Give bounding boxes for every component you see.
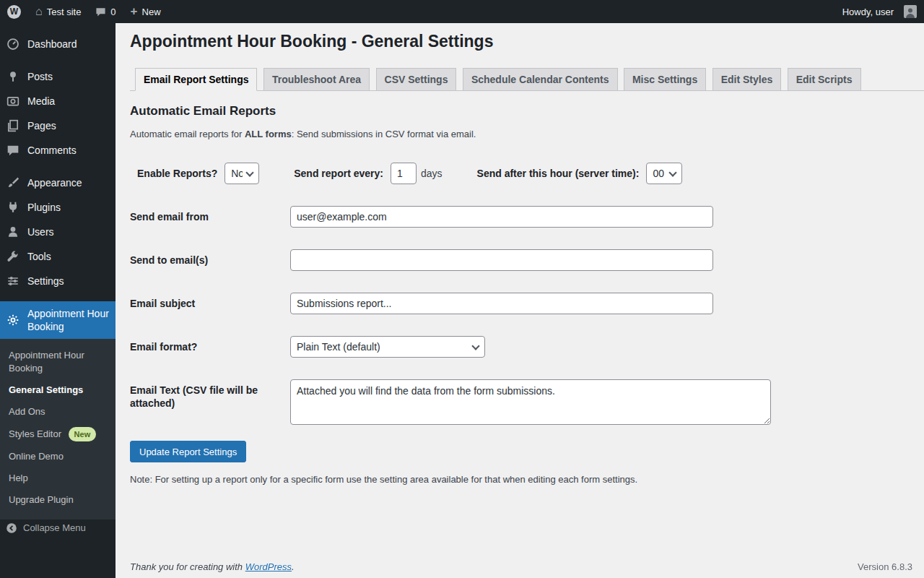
- submenu-item-general-settings[interactable]: General Settings: [0, 379, 116, 401]
- email-from-label: Send email from: [130, 210, 290, 223]
- tab-email-report-settings[interactable]: Email Report Settings: [135, 68, 257, 91]
- enable-reports-label: Enable Reports?: [137, 168, 217, 179]
- plug-icon: [6, 200, 20, 215]
- admin-sidebar: Dashboard Posts Media Pages Commen: [0, 23, 116, 578]
- new-content-button[interactable]: + New: [123, 0, 168, 23]
- gear-icon: [6, 313, 20, 327]
- section-title: Automatic Email Reports: [130, 104, 910, 118]
- tab-csv-settings[interactable]: CSV Settings: [376, 68, 457, 91]
- sidebar-item-label: Posts: [27, 70, 53, 83]
- email-subject-row: Email subject: [130, 293, 910, 314]
- site-name: Test site: [47, 7, 82, 17]
- site-name-link[interactable]: ⌂ Test site: [28, 0, 88, 23]
- wp-logo-button[interactable]: W: [0, 0, 28, 23]
- sidebar-item-comments[interactable]: Comments: [0, 138, 116, 163]
- sidebar-item-plugins[interactable]: Plugins: [0, 195, 116, 220]
- days-label: days: [421, 168, 443, 179]
- collapse-label: Collapse Menu: [23, 522, 86, 533]
- collapse-arrow-icon: [6, 522, 17, 534]
- email-from-row: Send email from: [130, 206, 910, 228]
- tab-schedule-calendar-contents[interactable]: Schedule Calendar Contents: [463, 68, 618, 91]
- sidebar-item-pages[interactable]: Pages: [0, 113, 116, 138]
- thanks-prefix: Thank you for creating with: [130, 561, 245, 572]
- send-every-label: Send report every:: [294, 168, 383, 179]
- sidebar-item-label: Dashboard: [27, 38, 77, 51]
- new-label: New: [142, 7, 161, 17]
- wordpress-logo-icon: W: [7, 5, 21, 19]
- account-menu[interactable]: Howdy, user: [835, 0, 924, 23]
- new-badge: New: [69, 427, 97, 441]
- tab-edit-scripts[interactable]: Edit Scripts: [788, 68, 861, 91]
- sidebar-item-appearance[interactable]: Appearance: [0, 171, 116, 195]
- person-icon: [6, 225, 20, 239]
- sidebar-item-dashboard[interactable]: Dashboard: [0, 32, 116, 56]
- version-text: Version 6.8.3: [858, 561, 912, 572]
- report-schedule-row: Enable Reports? No Send report every: da…: [130, 163, 910, 184]
- intro-text: Automatic email reports for ALL forms: S…: [130, 129, 910, 139]
- send-hour-select[interactable]: 00: [646, 163, 682, 184]
- collapse-menu-button[interactable]: Collapse Menu: [0, 519, 116, 536]
- sidebar-item-label: Pages: [27, 119, 56, 132]
- sidebar-item-label: Comments: [27, 144, 77, 157]
- sidebar-item-label: Tools: [27, 250, 51, 263]
- sidebar-item-users[interactable]: Users: [0, 220, 116, 244]
- email-text-area[interactable]: Attached you will find the data from the…: [290, 379, 771, 425]
- menu-separator: [0, 293, 116, 301]
- enable-reports-select[interactable]: No: [225, 163, 259, 184]
- sidebar-item-label: Plugins: [27, 201, 61, 214]
- sidebar-item-media[interactable]: Media: [0, 89, 116, 113]
- send-every-input[interactable]: [391, 163, 417, 184]
- plus-icon: +: [131, 5, 138, 17]
- home-icon: ⌂: [35, 6, 43, 17]
- pushpin-icon: [6, 69, 20, 84]
- email-subject-label: Email subject: [130, 297, 290, 310]
- pages-icon: [6, 118, 20, 133]
- avatar: [904, 5, 917, 18]
- intro-suffix: : Send submissions in CSV format via ema…: [292, 129, 476, 139]
- admin-footer: Thank you for creating with WordPress. V…: [130, 561, 912, 572]
- tab-troubleshoot-area[interactable]: Troubleshoot Area: [263, 68, 370, 91]
- send-hour-label: Send after this hour (server time):: [477, 168, 640, 179]
- sidebar-item-label: Appearance: [27, 176, 82, 189]
- email-format-row: Email format? Plain Text (default): [130, 336, 910, 358]
- submenu-item-help[interactable]: Help: [0, 467, 116, 489]
- email-text-label: Email Text (CSV file will be attached): [130, 379, 290, 410]
- submenu-item-upgrade-plugin[interactable]: Upgrade Plugin: [0, 489, 116, 511]
- submenu-item-online-demo[interactable]: Online Demo: [0, 446, 116, 467]
- tab-misc-settings[interactable]: Misc Settings: [624, 68, 706, 91]
- speech-bubble-icon: [6, 143, 20, 158]
- sidebar-item-settings[interactable]: Settings: [0, 269, 116, 293]
- email-format-label: Email format?: [130, 340, 290, 353]
- thanks-suffix: .: [292, 561, 295, 572]
- wordpress-link[interactable]: WordPress: [245, 561, 292, 572]
- camera-icon: [6, 94, 20, 108]
- menu-separator: [0, 163, 116, 171]
- sidebar-item-appointment-hour-booking[interactable]: Appointment Hour Booking: [0, 301, 116, 339]
- sidebar-item-label: Settings: [27, 275, 64, 288]
- comments-count: 0: [110, 7, 116, 17]
- intro-bold: ALL forms: [245, 129, 292, 139]
- submenu-item-appointment-hour-booking[interactable]: Appointment Hour Booking: [0, 345, 116, 379]
- sidebar-item-tools[interactable]: Tools: [0, 244, 116, 269]
- submenu-item-add-ons[interactable]: Add Ons: [0, 401, 116, 423]
- email-format-select[interactable]: Plain Text (default): [290, 336, 485, 358]
- howdy-text: Howdy, user: [842, 7, 894, 17]
- submenu-item-styles-editor[interactable]: Styles Editor New: [0, 423, 116, 446]
- settings-tabs: Email Report Settings Troubleshoot Area …: [130, 68, 924, 91]
- email-to-input[interactable]: [290, 249, 713, 271]
- intro-prefix: Automatic email reports for: [130, 129, 245, 139]
- email-to-row: Send to email(s): [130, 249, 910, 271]
- admin-menu: Dashboard Posts Media Pages Commen: [0, 23, 116, 519]
- menu-separator: [0, 56, 116, 64]
- comments-link[interactable]: 0: [88, 0, 123, 23]
- note-text: Note: For setting up a report only for a…: [130, 474, 910, 485]
- sliders-icon: [6, 274, 20, 288]
- tab-edit-styles[interactable]: Edit Styles: [712, 68, 782, 91]
- main-content: Appointment Hour Booking - General Setti…: [116, 0, 924, 485]
- update-report-settings-button[interactable]: Update Report Settings: [130, 441, 246, 462]
- wrench-icon: [6, 249, 20, 264]
- email-subject-input[interactable]: [290, 293, 713, 314]
- email-from-input[interactable]: [290, 206, 713, 228]
- comments-bubble-icon: [95, 7, 106, 17]
- sidebar-item-posts[interactable]: Posts: [0, 64, 116, 89]
